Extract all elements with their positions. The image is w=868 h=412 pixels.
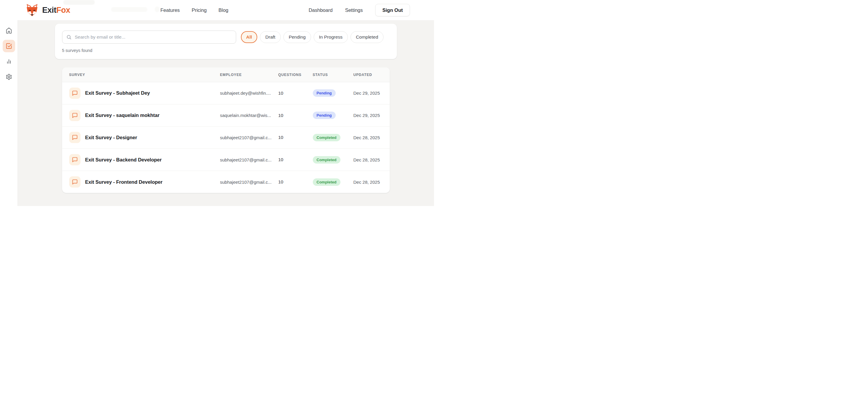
question-count: 10 — [278, 91, 313, 96]
employee-email: subhajeet2107@gmail.c... — [220, 180, 278, 185]
filter-pill[interactable]: In Progress — [314, 31, 348, 43]
table-row[interactable]: Exit Survey - Backend Developer subhajee… — [62, 148, 390, 171]
brand-name: ExitFox — [42, 3, 70, 18]
question-count: 10 — [278, 179, 313, 185]
message-bubble-icon — [72, 134, 78, 140]
survey-title: Exit Survey - Designer — [85, 135, 137, 140]
status-badge: Completed — [313, 134, 340, 141]
sidebar-item-home[interactable] — [3, 24, 15, 37]
column-header: Employee — [220, 73, 278, 77]
surveys-table: SurveyEmployeeQuestionsStatusUpdated — [62, 67, 390, 193]
survey-title: Exit Survey - saquelain mokhtar — [85, 112, 159, 118]
fox-logo-icon — [25, 4, 39, 16]
table-row[interactable]: Exit Survey - Designer subhajeet2107@gma… — [62, 127, 390, 149]
status-badge: Completed — [313, 178, 340, 186]
status-filter-pills: AllDraftPendingIn ProgressCompleted — [241, 31, 384, 43]
survey-title: Exit Survey - Backend Developer — [85, 157, 162, 163]
question-count: 10 — [278, 113, 313, 118]
updated-date: Dec 29, 2025 — [353, 91, 382, 96]
status-badge: Completed — [313, 156, 340, 164]
sidebar-item-settings[interactable] — [3, 71, 15, 83]
results-count: 5 surveys found — [62, 48, 390, 53]
survey-title: Exit Survey - Subhajeet Dey — [85, 90, 150, 96]
question-count: 10 — [278, 157, 313, 162]
home-icon — [6, 27, 12, 34]
filter-pill[interactable]: Draft — [260, 31, 281, 43]
nav-link[interactable]: Blog — [219, 7, 228, 13]
brand-logo[interactable]: ExitFox — [25, 3, 70, 18]
search-wrap — [62, 31, 236, 44]
message-bubble-icon — [72, 157, 78, 163]
survey-icon-box — [69, 132, 81, 143]
search-icon — [66, 34, 71, 41]
column-header: Questions — [278, 73, 313, 77]
app-screen: ExitFox FeaturesPricingBlog Dashboard Se… — [0, 0, 434, 206]
table-body: Exit Survey - Subhajeet Dey subhajeet.de… — [62, 82, 390, 193]
table-header-row: SurveyEmployeeQuestionsStatusUpdated — [62, 67, 390, 82]
message-bubble-icon — [72, 179, 78, 185]
message-bubble-icon — [72, 112, 78, 118]
updated-date: Dec 28, 2025 — [353, 180, 382, 185]
employee-email: subhajeet.dey@wishfin.... — [220, 91, 278, 96]
survey-icon-box — [69, 110, 81, 121]
table-row[interactable]: Exit Survey - Subhajeet Dey subhajeet.de… — [62, 82, 390, 104]
employee-email: subhajeet2107@gmail.c... — [220, 135, 278, 140]
table-row[interactable]: Exit Survey - Frontend Developer subhaje… — [62, 171, 390, 193]
column-header: Updated — [353, 73, 382, 77]
nav-link[interactable]: Features — [160, 7, 180, 13]
survey-icon-box — [69, 154, 81, 165]
nav-link[interactable]: Pricing — [192, 7, 207, 13]
survey-title: Exit Survey - Frontend Developer — [85, 179, 162, 185]
question-count: 10 — [278, 135, 313, 140]
nav-link-dashboard[interactable]: Dashboard — [309, 7, 333, 13]
main-content: AllDraftPendingIn ProgressCompleted 5 su… — [18, 20, 434, 206]
gear-icon — [6, 74, 12, 80]
employee-email: saquelain.mokhtar@wis... — [220, 113, 278, 118]
sidebar-item-surveys[interactable] — [3, 40, 15, 52]
column-header: Survey — [69, 73, 220, 77]
filter-pill[interactable]: Completed — [350, 31, 383, 43]
column-header: Status — [313, 73, 353, 77]
survey-icon-box — [69, 176, 81, 187]
nav-link-settings[interactable]: Settings — [345, 7, 363, 13]
message-bubble-icon — [72, 90, 78, 96]
search-input[interactable] — [62, 31, 236, 44]
filter-pill[interactable]: Pending — [283, 31, 311, 43]
sidebar-item-analytics[interactable] — [3, 55, 15, 68]
status-badge: Pending — [313, 112, 336, 119]
bar-chart-icon — [6, 58, 12, 65]
sidebar — [0, 20, 18, 206]
decorative-blob — [155, 6, 159, 12]
survey-icon-box — [69, 88, 81, 99]
top-navbar: ExitFox FeaturesPricingBlog Dashboard Se… — [0, 0, 434, 20]
filter-card: AllDraftPendingIn ProgressCompleted 5 su… — [55, 24, 397, 59]
account-nav: Dashboard Settings Sign Out — [309, 0, 410, 20]
check-square-icon — [6, 43, 12, 49]
updated-date: Dec 29, 2025 — [353, 113, 382, 118]
updated-date: Dec 28, 2025 — [353, 135, 382, 140]
updated-date: Dec 28, 2025 — [353, 157, 382, 162]
employee-email: subhajeet2107@gmail.c... — [220, 157, 278, 162]
decorative-blob — [111, 7, 147, 12]
filter-pill[interactable]: All — [241, 31, 257, 43]
primary-nav: FeaturesPricingBlog — [160, 0, 228, 20]
status-badge: Pending — [313, 89, 336, 97]
table-row[interactable]: Exit Survey - saquelain mokhtar saquelai… — [62, 104, 390, 127]
sign-out-button[interactable]: Sign Out — [375, 4, 410, 16]
